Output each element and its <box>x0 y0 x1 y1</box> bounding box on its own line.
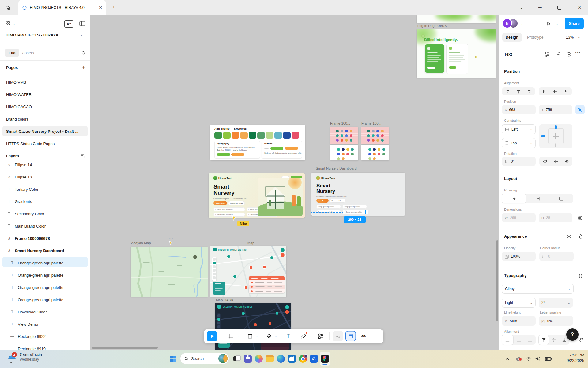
search-icon[interactable] <box>80 50 87 56</box>
text-align-right-icon[interactable] <box>524 335 536 345</box>
flip-horizontal-icon[interactable] <box>550 157 561 166</box>
start-button[interactable] <box>168 353 178 365</box>
page-item[interactable]: HIMO WATER <box>2 89 88 100</box>
battery-tray-icon[interactable] <box>544 355 552 362</box>
draw-annotate-tool[interactable] <box>333 331 343 341</box>
layer-row[interactable]: —Rectangle 6919 <box>0 343 90 350</box>
window-close-button[interactable]: ✕ <box>578 4 582 10</box>
frame-label-map-dark[interactable]: Map DARK <box>216 298 234 302</box>
horizontal-constraint-dropdown[interactable]: Left⌄ <box>502 124 536 134</box>
layer-row[interactable]: TView Demo <box>0 318 90 330</box>
width-field[interactable]: W299 <box>502 213 536 222</box>
align-right-icon[interactable] <box>524 87 535 95</box>
window-menu-chevron[interactable]: ⌄ <box>519 4 523 10</box>
present-play-icon[interactable] <box>545 20 552 28</box>
swatches-frame[interactable]: Agri Theme — Swatches Typography Display… <box>210 125 305 160</box>
frame-label-apayao[interactable]: Apayao Map <box>131 241 151 245</box>
more-options-icon[interactable]: ••• <box>575 50 581 55</box>
page-item[interactable]: HIMO CACAO <box>2 102 88 112</box>
layer-row-selected[interactable]: TOrange-green agri palette <box>0 257 90 269</box>
constraint-right-off[interactable] <box>567 136 571 136</box>
constraint-left-on[interactable] <box>541 135 545 137</box>
pen-tool-chevron[interactable]: ⌄ <box>274 335 277 338</box>
zoom-chevron[interactable]: ⌄ <box>578 35 580 39</box>
palette-grid-frame-pink-1[interactable] <box>330 127 358 144</box>
frame-tool[interactable] <box>226 331 236 341</box>
constraint-bottom-off[interactable] <box>555 143 556 147</box>
help-button[interactable]: ? <box>566 328 579 341</box>
line-height-field[interactable]: A Auto <box>502 316 536 326</box>
layer-row[interactable]: TOrange-green agri palette <box>0 281 90 293</box>
type-styles-icon[interactable] <box>577 273 584 279</box>
inspect-panel-tool[interactable] <box>345 331 356 341</box>
palette-grid-frame-pink-2[interactable] <box>361 127 389 144</box>
share-button[interactable]: Share <box>565 18 584 29</box>
type-settings-icon[interactable] <box>578 336 585 344</box>
constraint-top-on[interactable] <box>555 125 557 129</box>
layer-row[interactable]: —Rectangle 6922 <box>0 330 90 343</box>
text-align-left-icon[interactable] <box>502 335 513 345</box>
main-menu-chevron[interactable]: ⌄ <box>13 22 15 25</box>
volume-tray-icon[interactable] <box>534 355 541 362</box>
home-button[interactable] <box>2 2 13 13</box>
page-item-selected[interactable]: Smart Cacao Nursery Project - Draft ... <box>2 126 88 136</box>
teams-app-icon[interactable] <box>243 353 253 365</box>
map-frame[interactable]: CALUMPIT WATER DISTRICT <box>210 246 286 297</box>
letter-spacing-field[interactable]: |A| 0% <box>539 316 573 326</box>
shape-tool[interactable] <box>245 331 255 341</box>
layer-row-frame[interactable]: #Smart Nursery Dashboard <box>0 244 90 257</box>
frame-label-dashboard[interactable]: Smart Nursery Dashboard <box>316 167 357 170</box>
file-explorer-icon[interactable] <box>265 353 275 365</box>
rotation-field[interactable]: 0° <box>502 157 536 166</box>
layer-row[interactable]: TSecondary Color <box>0 208 90 220</box>
layers-options-icon[interactable] <box>80 153 87 159</box>
microsoft-store-icon[interactable] <box>287 353 297 365</box>
rotate-icon[interactable] <box>539 157 550 166</box>
chrome-browser-icon[interactable] <box>298 353 308 365</box>
more-tools[interactable] <box>298 331 308 341</box>
layer-row[interactable]: ○Ellipse 13 <box>0 171 90 183</box>
selection-handle-left[interactable] <box>343 210 345 214</box>
taskbar-search[interactable]: Search <box>180 353 229 364</box>
font-weight-dropdown[interactable]: Light⌄ <box>502 298 536 308</box>
layer-row[interactable]: TMain Brand Color <box>0 220 90 232</box>
toggle-panel-icon[interactable] <box>78 20 86 27</box>
file-name[interactable]: HIMO PROJECTS - HIRAYA ... <box>6 33 63 37</box>
onedrive-tray-icon[interactable] <box>514 355 522 362</box>
add-page-icon[interactable]: + <box>80 64 87 71</box>
ide-app-icon[interactable]: /A <box>309 353 319 365</box>
edge-browser-icon[interactable] <box>276 353 286 365</box>
resources-tool[interactable] <box>316 331 326 341</box>
constrain-proportions-icon[interactable] <box>576 214 584 222</box>
x-position-field[interactable]: X668 <box>502 105 536 114</box>
move-tool-chevron[interactable]: ⌄ <box>217 335 220 338</box>
clock-widget[interactable]: 7:52 PM 9/22/2025 <box>557 353 584 363</box>
avatar-n[interactable]: N <box>503 19 511 28</box>
window-maximize-button[interactable] <box>557 5 561 11</box>
hug-contents-icon[interactable] <box>526 194 550 203</box>
tab-design[interactable]: Design <box>502 33 522 42</box>
apayao-map-frame[interactable] <box>131 247 208 297</box>
text-valign-top-icon[interactable] <box>539 335 549 345</box>
close-tab-icon[interactable]: ✕ <box>99 5 102 10</box>
layer-row[interactable]: TTertiary Color <box>0 183 90 195</box>
palette-grid-frame-white-1[interactable] <box>330 145 358 160</box>
frame-label-frame100b[interactable]: Frame 100... <box>361 121 381 125</box>
tab-prototype[interactable]: Prototype <box>524 33 547 42</box>
copilot-app-icon[interactable] <box>254 353 264 365</box>
move-tool[interactable] <box>207 331 217 341</box>
window-minimize-button[interactable]: ─ <box>538 4 542 10</box>
tab-file[interactable]: File <box>5 49 19 57</box>
canvas-hscrollbar[interactable] <box>92 347 158 349</box>
text-tool[interactable]: T <box>283 331 294 341</box>
align-h-center-icon[interactable] <box>513 87 524 95</box>
palette-grid-frame-white-2[interactable] <box>361 145 389 160</box>
zoom-level[interactable]: 13% <box>566 35 574 40</box>
layer-row[interactable]: TOrange-green agri palette <box>0 293 90 306</box>
pen-tool[interactable] <box>264 331 274 341</box>
file-name-chevron[interactable]: ⌄ <box>80 33 83 36</box>
layer-row[interactable]: TGradients <box>0 195 90 208</box>
frame-label-login[interactable]: Log In Page UI/UX <box>417 24 447 28</box>
text-auto-size-icon[interactable] <box>549 194 573 203</box>
vertical-constraint-dropdown[interactable]: Top⌄ <box>502 138 536 148</box>
